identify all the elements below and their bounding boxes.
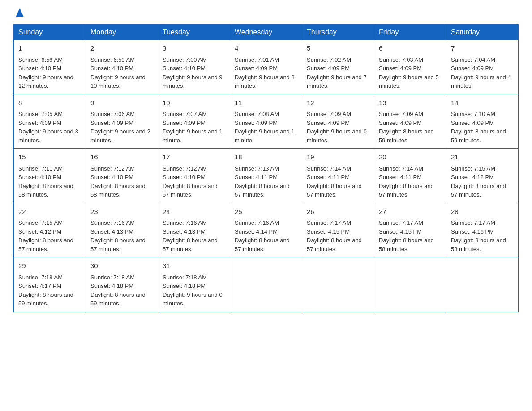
day-sunrise: Sunrise: 7:04 AM [451, 56, 495, 63]
day-sunset: Sunset: 4:09 PM [90, 120, 133, 126]
day-number: 23 [90, 207, 153, 217]
day-sunrise: Sunrise: 7:16 AM [235, 219, 279, 226]
empty-cell-w5-d7 [446, 257, 519, 312]
day-number: 14 [451, 98, 514, 108]
day-sunset: Sunset: 4:10 PM [90, 174, 133, 180]
page-header [13, 9, 519, 17]
day-daylight: Daylight: 9 hours and 4 minutes. [451, 74, 511, 90]
day-sunset: Sunset: 4:18 PM [90, 283, 133, 289]
day-daylight: Daylight: 8 hours and 57 minutes. [307, 183, 362, 198]
day-number: 5 [307, 43, 369, 54]
day-number: 25 [235, 207, 297, 217]
day-daylight: Daylight: 9 hours and 2 minutes. [90, 128, 150, 144]
day-cell-6: 6 Sunrise: 7:03 AM Sunset: 4:09 PM Dayli… [374, 40, 446, 94]
day-daylight: Daylight: 9 hours and 5 minutes. [379, 74, 439, 90]
weekday-header-wednesday: Wednesday [230, 25, 302, 40]
day-sunrise: Sunrise: 7:02 AM [307, 56, 351, 63]
day-sunrise: Sunrise: 6:58 AM [18, 56, 63, 63]
day-daylight: Daylight: 8 hours and 59 minutes. [18, 291, 73, 307]
logo [13, 9, 24, 17]
day-cell-27: 27 Sunrise: 7:17 AM Sunset: 4:15 PM Dayl… [374, 203, 446, 257]
day-cell-14: 14 Sunrise: 7:10 AM Sunset: 4:09 PM Dayl… [446, 94, 519, 149]
day-sunrise: Sunrise: 6:59 AM [90, 56, 135, 63]
day-number: 22 [18, 207, 81, 217]
day-cell-16: 16 Sunrise: 7:12 AM Sunset: 4:10 PM Dayl… [86, 149, 158, 203]
day-sunrise: Sunrise: 7:15 AM [18, 219, 63, 226]
day-number: 12 [307, 98, 369, 108]
day-sunset: Sunset: 4:17 PM [18, 283, 61, 289]
day-cell-25: 25 Sunrise: 7:16 AM Sunset: 4:14 PM Dayl… [230, 203, 302, 257]
day-number: 26 [307, 207, 369, 217]
day-daylight: Daylight: 8 hours and 58 minutes. [379, 237, 434, 253]
day-sunrise: Sunrise: 7:07 AM [163, 111, 207, 117]
day-sunset: Sunset: 4:12 PM [451, 174, 494, 180]
day-sunrise: Sunrise: 7:03 AM [379, 56, 423, 63]
day-number: 9 [90, 98, 153, 108]
day-sunrise: Sunrise: 7:17 AM [379, 219, 423, 226]
day-daylight: Daylight: 8 hours and 58 minutes. [18, 183, 73, 198]
day-sunset: Sunset: 4:13 PM [163, 228, 206, 235]
day-cell-7: 7 Sunrise: 7:04 AM Sunset: 4:09 PM Dayli… [446, 40, 519, 94]
day-daylight: Daylight: 8 hours and 57 minutes. [379, 183, 434, 198]
weekday-header-tuesday: Tuesday [158, 25, 230, 40]
day-number: 18 [235, 152, 297, 163]
weekday-header-row: SundayMondayTuesdayWednesdayThursdayFrid… [14, 25, 519, 40]
day-daylight: Daylight: 8 hours and 57 minutes. [451, 183, 506, 198]
weekday-header-thursday: Thursday [302, 25, 374, 40]
day-cell-29: 29 Sunrise: 7:18 AM Sunset: 4:17 PM Dayl… [14, 257, 86, 312]
day-sunrise: Sunrise: 7:14 AM [379, 165, 423, 172]
day-cell-3: 3 Sunrise: 7:00 AM Sunset: 4:10 PM Dayli… [158, 40, 230, 94]
day-number: 13 [379, 98, 442, 108]
week-row-3: 15 Sunrise: 7:11 AM Sunset: 4:10 PM Dayl… [14, 149, 519, 203]
day-daylight: Daylight: 8 hours and 57 minutes. [235, 183, 290, 198]
day-cell-9: 9 Sunrise: 7:06 AM Sunset: 4:09 PM Dayli… [86, 94, 158, 149]
logo-triangle-icon [15, 9, 24, 17]
week-row-2: 8 Sunrise: 7:05 AM Sunset: 4:09 PM Dayli… [14, 94, 519, 149]
day-daylight: Daylight: 9 hours and 9 minutes. [163, 74, 223, 90]
day-number: 21 [451, 152, 514, 163]
day-sunrise: Sunrise: 7:11 AM [18, 165, 63, 172]
day-cell-11: 11 Sunrise: 7:08 AM Sunset: 4:09 PM Dayl… [230, 94, 302, 149]
day-daylight: Daylight: 8 hours and 57 minutes. [163, 183, 218, 198]
day-daylight: Daylight: 8 hours and 59 minutes. [90, 291, 146, 307]
day-sunset: Sunset: 4:11 PM [307, 174, 350, 180]
day-sunrise: Sunrise: 7:00 AM [163, 56, 207, 63]
day-cell-21: 21 Sunrise: 7:15 AM Sunset: 4:12 PM Dayl… [446, 149, 519, 203]
day-number: 11 [235, 98, 297, 108]
day-daylight: Daylight: 8 hours and 57 minutes. [307, 237, 362, 253]
day-number: 10 [163, 98, 225, 108]
day-sunset: Sunset: 4:09 PM [235, 65, 278, 72]
day-number: 28 [451, 207, 514, 217]
day-number: 19 [307, 152, 369, 163]
day-sunset: Sunset: 4:09 PM [163, 120, 206, 126]
day-number: 6 [379, 43, 442, 54]
day-sunrise: Sunrise: 7:09 AM [379, 111, 423, 117]
day-daylight: Daylight: 9 hours and 0 minutes. [163, 291, 223, 307]
day-daylight: Daylight: 9 hours and 7 minutes. [307, 74, 367, 90]
weekday-header-friday: Friday [374, 25, 446, 40]
day-cell-5: 5 Sunrise: 7:02 AM Sunset: 4:09 PM Dayli… [302, 40, 374, 94]
day-sunrise: Sunrise: 7:12 AM [163, 165, 207, 172]
day-sunset: Sunset: 4:10 PM [18, 174, 61, 180]
day-sunrise: Sunrise: 7:08 AM [235, 111, 279, 117]
day-number: 24 [163, 207, 225, 217]
day-cell-24: 24 Sunrise: 7:16 AM Sunset: 4:13 PM Dayl… [158, 203, 230, 257]
day-sunset: Sunset: 4:10 PM [163, 174, 206, 180]
day-number: 29 [18, 261, 81, 271]
day-cell-4: 4 Sunrise: 7:01 AM Sunset: 4:09 PM Dayli… [230, 40, 302, 94]
day-daylight: Daylight: 8 hours and 59 minutes. [451, 128, 506, 144]
day-sunset: Sunset: 4:11 PM [235, 174, 278, 180]
day-number: 16 [90, 152, 153, 163]
day-number: 2 [90, 43, 153, 54]
day-sunrise: Sunrise: 7:16 AM [90, 219, 135, 226]
week-row-1: 1 Sunrise: 6:58 AM Sunset: 4:10 PM Dayli… [14, 40, 519, 94]
weekday-header-sunday: Sunday [14, 25, 86, 40]
day-sunrise: Sunrise: 7:13 AM [235, 165, 279, 172]
calendar-table: SundayMondayTuesdayWednesdayThursdayFrid… [13, 24, 519, 312]
day-sunrise: Sunrise: 7:09 AM [307, 111, 351, 117]
day-cell-20: 20 Sunrise: 7:14 AM Sunset: 4:11 PM Dayl… [374, 149, 446, 203]
day-cell-13: 13 Sunrise: 7:09 AM Sunset: 4:09 PM Dayl… [374, 94, 446, 149]
day-number: 8 [18, 98, 81, 108]
day-sunset: Sunset: 4:18 PM [163, 283, 206, 289]
day-sunset: Sunset: 4:15 PM [307, 228, 350, 235]
